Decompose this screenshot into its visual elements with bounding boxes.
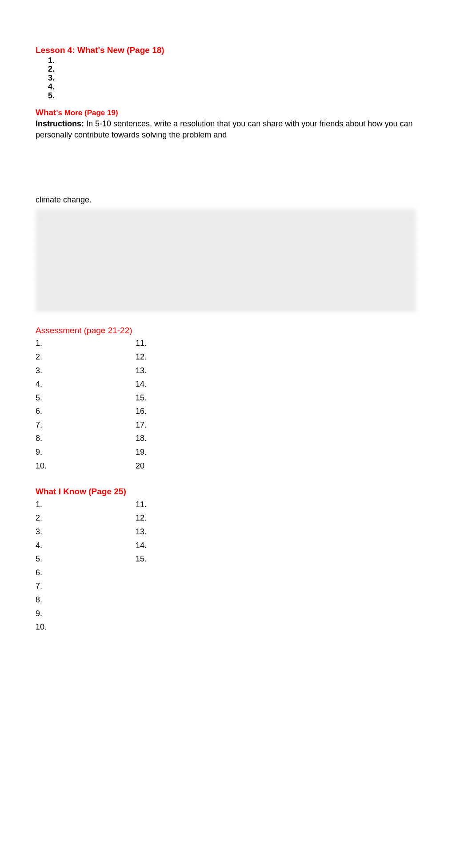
list-item: 8. xyxy=(36,432,136,445)
list-item: 7. xyxy=(36,418,136,432)
blurred-content-box xyxy=(36,209,416,311)
list-item: 4. xyxy=(48,83,436,92)
list-item: 2. xyxy=(36,511,136,525)
list-item: 4. xyxy=(36,539,136,553)
instructions-label: Instructions: xyxy=(36,119,84,128)
list-item: 5. xyxy=(48,92,436,101)
assessment-col2: 11. 12. 13. 14. 15. 16. 17. 18. 19. 20 xyxy=(136,336,236,472)
whats-more-title-part1: What xyxy=(36,108,56,117)
list-item: 4. xyxy=(36,377,136,391)
list-item: 16. xyxy=(136,404,236,418)
list-item: 2. xyxy=(48,65,436,74)
assessment-col1: 1. 2. 3. 4. 5. 6. 7. 8. 9. 10. xyxy=(36,336,136,472)
list-item: 9. xyxy=(36,445,136,459)
instructions-text: In 5-10 sentences, write a resolution th… xyxy=(36,119,412,139)
list-item: 1. xyxy=(36,336,136,350)
list-item: 10. xyxy=(36,620,136,634)
assessment-columns: 1. 2. 3. 4. 5. 6. 7. 8. 9. 10. 11. 12. 1… xyxy=(36,336,436,472)
list-item: 18. xyxy=(136,432,236,445)
list-item: 19. xyxy=(136,445,236,459)
list-item: 5. xyxy=(36,552,136,566)
list-item: 5. xyxy=(36,391,136,405)
list-item: 15. xyxy=(136,552,236,566)
list-item: 20 xyxy=(136,459,236,473)
list-item: 14. xyxy=(136,539,236,553)
climate-change-text: climate change. xyxy=(36,194,436,206)
list-item: 3. xyxy=(36,525,136,539)
what-i-know-col2: 11. 12. 13. 14. 15. xyxy=(136,498,236,634)
list-item: 1. xyxy=(48,57,436,65)
what-i-know-columns: 1. 2. 3. 4. 5. 6. 7. 8. 9. 10. 11. 12. 1… xyxy=(36,498,436,634)
whats-more-section: What's More (Page 19) Instructions: In 5… xyxy=(36,107,436,141)
list-item: 13. xyxy=(136,525,236,539)
list-item: 2. xyxy=(36,350,136,364)
list-item: 6. xyxy=(36,566,136,580)
list-item: 3. xyxy=(48,74,436,83)
assessment-title: Assessment (page 21-22) xyxy=(36,325,436,337)
list-item: 7. xyxy=(36,579,136,593)
instructions-line: Instructions: In 5-10 sentences, write a… xyxy=(36,118,436,141)
list-item: 1. xyxy=(36,498,136,512)
list-item: 3. xyxy=(36,364,136,378)
list-item: 11. xyxy=(136,336,236,350)
list-item: 11. xyxy=(136,498,236,512)
list-item: 12. xyxy=(136,511,236,525)
list-item: 8. xyxy=(36,593,136,607)
list-item: 6. xyxy=(36,404,136,418)
list-item: 17. xyxy=(136,418,236,432)
whats-more-title-part2: 's More (Page 19) xyxy=(56,109,118,117)
whats-more-title: What's More (Page 19) xyxy=(36,107,436,119)
list-item: 14. xyxy=(136,377,236,391)
what-i-know-title: What I Know (Page 25) xyxy=(36,486,436,498)
list-item: 12. xyxy=(136,350,236,364)
list-item: 10. xyxy=(36,459,136,473)
list-item: 15. xyxy=(136,391,236,405)
list-item: 13. xyxy=(136,364,236,378)
lesson4-ordered-list: 1. 2. 3. 4. 5. xyxy=(48,57,436,101)
list-item: 9. xyxy=(36,607,136,621)
blurred-lines xyxy=(36,209,416,311)
lesson4-title: Lesson 4: What's New (Page 18) xyxy=(36,44,436,57)
what-i-know-col1: 1. 2. 3. 4. 5. 6. 7. 8. 9. 10. xyxy=(36,498,136,634)
